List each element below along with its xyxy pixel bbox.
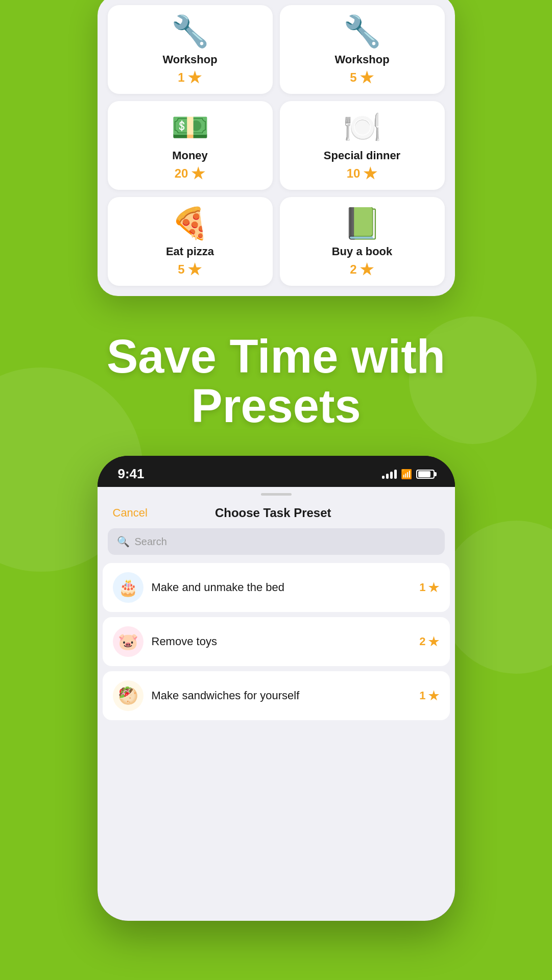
card-points: 2	[350, 262, 374, 277]
card-points: 10	[347, 166, 378, 181]
task-icon: 🐷	[113, 626, 143, 657]
card-name: Eat pizza	[166, 245, 214, 258]
wifi-icon: 📶	[401, 469, 412, 480]
cancel-button[interactable]: Cancel	[113, 506, 148, 520]
task-points: 1	[419, 689, 439, 702]
card-icon: 🔧	[171, 16, 209, 47]
task-name: Make sandwiches for yourself	[152, 689, 412, 702]
task-item-make-sandwiches[interactable]: 🥙 Make sandwiches for yourself 1	[103, 671, 450, 720]
reward-card-eatpizza5[interactable]: 🍕 Eat pizza 5	[108, 197, 273, 286]
sheet-header: Cancel Choose Task Preset	[98, 496, 455, 528]
reward-card-specialdinner10[interactable]: 🍽️ Special dinner 10	[280, 101, 445, 190]
card-points: 5	[350, 70, 374, 85]
card-icon: 📗	[343, 208, 381, 239]
card-name: Workshop	[334, 53, 389, 66]
status-bar: 9:41 📶	[98, 456, 455, 487]
star-icon	[428, 636, 440, 647]
reward-card-workshop1[interactable]: 🔧 Workshop 1	[108, 5, 273, 94]
headline-section: Save Time with Presets	[0, 296, 552, 456]
task-icon: 🎂	[113, 572, 143, 603]
star-icon	[188, 70, 202, 85]
card-name: Special dinner	[324, 149, 400, 162]
card-points: 20	[175, 166, 206, 181]
card-icon: 🍽️	[343, 112, 381, 143]
task-item-remove-toys[interactable]: 🐷 Remove toys 2	[103, 617, 450, 666]
star-icon	[360, 70, 374, 85]
star-icon	[188, 262, 202, 277]
search-bar[interactable]: 🔍 Search	[108, 528, 445, 555]
status-icons: 📶	[382, 469, 435, 480]
task-list: 🎂 Make and unmake the bed 1 🐷 Remove toy…	[98, 563, 455, 720]
card-name: Workshop	[162, 53, 217, 66]
signal-icon	[382, 470, 397, 479]
card-icon: 🍕	[171, 208, 209, 239]
star-icon	[363, 166, 377, 181]
task-name: Make and unmake the bed	[152, 581, 412, 594]
card-points: 5	[178, 262, 202, 277]
reward-card-buyabook2[interactable]: 📗 Buy a book 2	[280, 197, 445, 286]
star-icon	[428, 690, 440, 701]
task-points: 1	[419, 581, 439, 594]
battery-icon	[416, 470, 435, 479]
reward-card-money20[interactable]: 💵 Money 20	[108, 101, 273, 190]
task-points: 2	[419, 635, 439, 648]
card-name: Buy a book	[332, 245, 393, 258]
top-phone-mockup: 🔧 Workshop 1 🔧 Workshop 5 💵 Money 20 🍽️ …	[98, 0, 455, 296]
card-icon: 🔧	[343, 16, 381, 47]
card-points: 1	[178, 70, 202, 85]
star-icon	[428, 582, 440, 593]
card-name: Money	[172, 149, 208, 162]
headline-text: Save Time with Presets	[31, 332, 521, 430]
task-item-make-bed[interactable]: 🎂 Make and unmake the bed 1	[103, 563, 450, 612]
card-icon: 💵	[171, 112, 209, 143]
star-icon	[191, 166, 205, 181]
status-time: 9:41	[118, 466, 145, 482]
task-name: Remove toys	[152, 635, 412, 648]
reward-card-workshop5[interactable]: 🔧 Workshop 5	[280, 5, 445, 94]
bottom-phone-mockup: 9:41 📶 Cancel Choose Task Preset 🔍 S	[98, 456, 455, 921]
search-placeholder: Search	[135, 536, 167, 548]
search-icon: 🔍	[117, 535, 130, 548]
task-icon: 🥙	[113, 680, 143, 711]
phone-screen-content: Cancel Choose Task Preset 🔍 Search 🎂 Mak…	[98, 487, 455, 921]
sheet-title: Choose Task Preset	[215, 506, 331, 520]
star-icon	[360, 262, 374, 277]
